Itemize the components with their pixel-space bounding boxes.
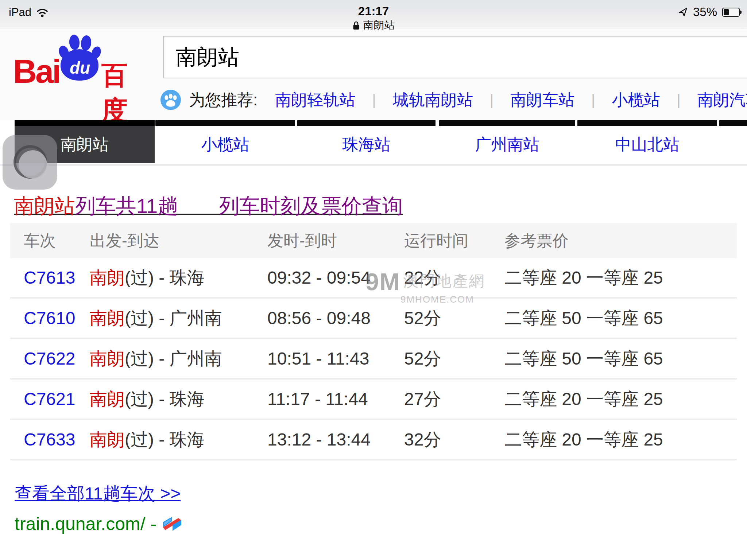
tab-zhuhai[interactable]: 珠海站 — [297, 120, 436, 163]
train-number-link[interactable]: C7633 — [24, 430, 75, 449]
assistive-touch-button[interactable] — [3, 135, 57, 190]
separator: | — [677, 92, 680, 108]
suggest-link-2[interactable]: 城轨南朗站 — [393, 89, 473, 111]
tab-guangzhounan[interactable]: 广州南站 — [439, 120, 575, 163]
table-row: C7621 南朗(过) - 珠海 11:17 - 11:44 27分 二等座 2… — [10, 380, 737, 420]
col-times: 发时-到时 — [267, 230, 404, 252]
time-cell: 11:17 - 11:44 — [267, 389, 404, 409]
price-cell: 二等座 50 一等座 65 — [504, 307, 737, 330]
col-duration: 运行时间 — [404, 230, 504, 252]
result-title-query: 南朗站 — [14, 194, 75, 217]
route-from-highlight: 南朗 — [90, 389, 125, 409]
route-rest: (过) - 广州南 — [125, 349, 222, 368]
suggestion-row: 为您推荐: 南朗轻轨站 | 城轨南朗站 | 南朗车站 | 小榄站 | 南朗汽车 — [160, 89, 747, 111]
separator: | — [490, 92, 494, 108]
duration-cell: 52分 — [404, 347, 504, 370]
duration-cell: 27分 — [404, 388, 504, 411]
battery-icon — [722, 8, 740, 17]
table-row: C7613 南朗(过) - 珠海 09:32 - 09:54 22分 二等座 2… — [10, 258, 737, 299]
route-rest: (过) - 珠海 — [125, 268, 205, 287]
tab-zhongshanbei[interactable]: 中山北站 — [577, 120, 717, 163]
route-rest: (过) - 珠海 — [125, 430, 205, 449]
time-cell: 10:51 - 11:43 — [267, 349, 404, 369]
clock: 21:17 — [0, 4, 747, 18]
separator: | — [591, 92, 595, 108]
table-row: C7610 南朗(过) - 广州南 08:56 - 09:48 52分 二等座 … — [10, 299, 737, 339]
duration-cell: 52分 — [404, 307, 504, 330]
table-row: C7633 南朗(过) - 珠海 13:12 - 13:44 32分 二等座 2… — [10, 420, 737, 460]
table-header: 车次 出发-到达 发时-到时 运行时间 参考票价 — [10, 223, 737, 258]
search-input[interactable]: 南朗站 — [163, 36, 747, 78]
train-number-link[interactable]: C7613 — [24, 268, 75, 287]
route-from-highlight: 南朗 — [90, 308, 125, 328]
baidu-logo[interactable]: Bai du 百度 — [13, 32, 152, 83]
price-cell: 二等座 20 一等座 25 — [504, 266, 737, 289]
train-number-link[interactable]: C7621 — [24, 389, 75, 409]
lock-icon — [352, 21, 360, 30]
status-bar: iPad 21:17 南朗站 35% — [0, 0, 747, 29]
source-url: train.qunar.com/ - — [15, 513, 156, 534]
price-cell: 二等座 50 一等座 65 — [504, 347, 737, 370]
assistive-touch-dot — [19, 150, 47, 179]
col-price: 参考票价 — [504, 230, 737, 252]
time-cell: 13:12 - 13:44 — [267, 429, 404, 450]
route-from-highlight: 南朗 — [90, 349, 125, 368]
suggest-link-3[interactable]: 南朗车站 — [510, 89, 574, 111]
price-cell: 二等座 20 一等座 25 — [504, 388, 737, 411]
search-header: Bai du 百度 南朗站 为您推荐: 南朗轻轨站 | 城轨南朗站 | 南朗车站… — [0, 30, 747, 120]
baidu-logo-cn: 百度 — [101, 58, 152, 128]
suggest-link-5[interactable]: 南朗汽车 — [697, 89, 747, 111]
time-cell: 09:32 - 09:54 — [267, 268, 404, 288]
duration-cell: 32分 — [404, 428, 504, 451]
table-row: C7622 南朗(过) - 广州南 10:51 - 11:43 52分 二等座 … — [10, 339, 737, 380]
station-tab-bar: 南朗站 小榄站 珠海站 广州南站 中山北站 — [15, 120, 747, 163]
route-rest: (过) - 珠海 — [125, 389, 205, 409]
price-cell: 二等座 20 一等座 25 — [504, 428, 737, 451]
route-rest: (过) - 广州南 — [125, 308, 222, 328]
battery-percent: 35% — [693, 5, 717, 19]
location-arrow-icon — [678, 7, 688, 17]
qunar-snapshot-icon — [162, 516, 183, 532]
search-query-text: 南朗站 — [176, 43, 239, 71]
suggest-label: 为您推荐: — [189, 89, 258, 111]
time-cell: 08:56 - 09:48 — [267, 308, 404, 328]
tab-partial[interactable] — [719, 120, 747, 163]
source-line: train.qunar.com/ - — [15, 513, 183, 534]
separator: | — [372, 92, 376, 108]
result-title-link[interactable]: 南朗站列车共11趟 列车时刻及票价查询 — [14, 192, 403, 220]
duration-cell: 22分 — [404, 266, 504, 289]
baidu-paw-icon: du — [58, 33, 101, 81]
train-table: 车次 出发-到达 发时-到时 运行时间 参考票价 C7613 南朗(过) - 珠… — [10, 223, 737, 460]
tab-underline — [0, 164, 747, 166]
col-route: 出发-到达 — [90, 230, 267, 252]
suggest-link-4[interactable]: 小榄站 — [612, 89, 660, 111]
suggest-link-1[interactable]: 南朗轻轨站 — [275, 89, 355, 111]
train-number-link[interactable]: C7622 — [24, 349, 75, 368]
route-from-highlight: 南朗 — [90, 268, 125, 287]
baidu-logo-bai: Bai — [13, 53, 60, 90]
tab-xiaolan[interactable]: 小榄站 — [155, 120, 295, 163]
col-trainno: 车次 — [10, 230, 90, 252]
route-from-highlight: 南朗 — [90, 430, 125, 449]
paw-badge-icon — [160, 90, 181, 110]
result-title-rest: 列车共11趟 列车时刻及票价查询 — [75, 194, 403, 217]
train-number-link[interactable]: C7610 — [24, 308, 75, 328]
view-all-trains-link[interactable]: 查看全部11趟车次 >> — [15, 482, 181, 505]
